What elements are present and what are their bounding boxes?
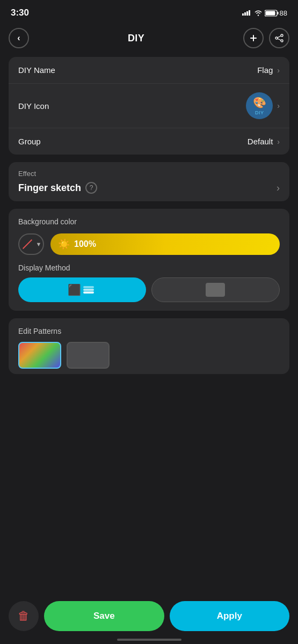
- status-bar: 3:30 88: [0, 0, 298, 24]
- svg-point-11: [275, 37, 278, 39]
- single-display-icon: [206, 283, 225, 297]
- brightness-value: 100%: [74, 239, 96, 249]
- svg-rect-7: [265, 11, 275, 15]
- bg-card: Background color ▼ ☀️ 100% Display Metho…: [9, 209, 289, 311]
- bottom-bar: 🗑 Save Apply: [0, 601, 298, 631]
- effect-chevron: ›: [277, 182, 280, 194]
- display-method-row: ⬛: [18, 277, 280, 302]
- swatch-inner: [21, 238, 34, 251]
- svg-rect-1: [244, 12, 246, 16]
- help-button[interactable]: ?: [85, 182, 97, 194]
- header-actions: [243, 28, 289, 48]
- diy-icon-right: 🎨 DIY ›: [246, 92, 280, 119]
- chevron-icon-3: ›: [277, 137, 280, 146]
- diy-icon-label: DIY Icon: [18, 101, 49, 111]
- svg-rect-15: [83, 291, 94, 294]
- svg-point-10: [281, 34, 283, 36]
- share-button[interactable]: [269, 28, 289, 48]
- layers-icon: ⬛: [68, 283, 81, 296]
- add-icon: [249, 34, 258, 42]
- wifi-icon: [254, 10, 263, 16]
- group-label: Group: [18, 137, 41, 146]
- trash-icon: 🗑: [18, 609, 30, 623]
- effect-name: Finger sketch: [18, 182, 81, 194]
- home-indicator: [117, 639, 181, 641]
- brightness-bar[interactable]: ☀️ 100%: [50, 233, 280, 255]
- group-right: Default ›: [248, 137, 280, 146]
- svg-point-4: [257, 14, 258, 16]
- palette-icon: 🎨: [253, 96, 266, 109]
- delete-button[interactable]: 🗑: [9, 601, 39, 631]
- color-swatch[interactable]: ▼: [18, 233, 44, 255]
- battery-indicator: 88: [242, 9, 287, 17]
- diy-icon-circle: 🎨 DIY: [246, 92, 273, 119]
- share-icon: [275, 34, 284, 42]
- edit-patterns-card: Edit Patterns: [9, 318, 289, 374]
- svg-rect-17: [83, 286, 94, 288]
- display-method-label: Display Method: [18, 264, 280, 272]
- display-method-layers[interactable]: ⬛: [18, 277, 146, 302]
- diy-circle-label: DIY: [255, 110, 264, 115]
- group-row[interactable]: Group Default ›: [9, 128, 289, 155]
- edit-patterns-title: Edit Patterns: [18, 327, 280, 335]
- chevron-icon-2: ›: [277, 101, 280, 110]
- bg-controls: ▼ ☀️ 100%: [18, 233, 280, 255]
- header: ‹ DIY: [0, 24, 298, 57]
- svg-line-13: [278, 36, 281, 38]
- save-button[interactable]: Save: [44, 601, 164, 631]
- swatch-slash: [22, 239, 32, 249]
- swatch-dropdown-icon: ▼: [36, 241, 42, 247]
- effect-label: Effect: [18, 170, 280, 178]
- apply-button[interactable]: Apply: [170, 601, 290, 631]
- diy-name-value: Flag: [257, 65, 273, 75]
- battery-percentage: 88: [280, 9, 287, 17]
- pattern-thumb-grey[interactable]: [67, 342, 110, 369]
- info-card: DIY Name Flag › DIY Icon 🎨 DIY › Group D…: [9, 57, 289, 155]
- group-value: Default: [248, 137, 273, 146]
- effect-card: Effect Finger sketch ? ›: [9, 162, 289, 201]
- svg-line-14: [278, 39, 281, 40]
- effect-name-wrap: Finger sketch ?: [18, 182, 97, 194]
- help-icon: ?: [90, 184, 93, 192]
- svg-rect-6: [277, 12, 278, 14]
- diy-name-right: Flag ›: [257, 65, 280, 75]
- display-method-single[interactable]: [151, 277, 280, 302]
- diy-name-row[interactable]: DIY Name Flag ›: [9, 57, 289, 84]
- main-content: DIY Name Flag › DIY Icon 🎨 DIY › Group D…: [0, 57, 298, 374]
- add-button[interactable]: [243, 28, 264, 48]
- bg-title: Background color: [18, 217, 280, 226]
- pattern-previews: [18, 342, 280, 369]
- signal-icon: [242, 10, 252, 16]
- chevron-icon: ›: [277, 66, 280, 75]
- brightness-icon: ☀️: [58, 238, 70, 250]
- svg-point-12: [281, 40, 283, 42]
- status-icons: 88: [242, 9, 287, 17]
- svg-rect-0: [242, 13, 244, 16]
- page-title: DIY: [128, 33, 144, 44]
- layers-svg-icon: [81, 284, 96, 296]
- back-button[interactable]: ‹: [9, 28, 29, 48]
- diy-name-label: DIY Name: [18, 65, 55, 75]
- svg-rect-2: [246, 11, 248, 16]
- svg-rect-16: [83, 289, 94, 291]
- svg-rect-9: [250, 38, 257, 39]
- svg-rect-3: [249, 10, 250, 16]
- status-time: 3:30: [11, 8, 29, 18]
- effect-row[interactable]: Finger sketch ? ›: [18, 182, 280, 194]
- diy-icon-row[interactable]: DIY Icon 🎨 DIY ›: [9, 84, 289, 128]
- pattern-thumb-colorful[interactable]: [18, 342, 61, 369]
- battery-icon: [265, 10, 279, 17]
